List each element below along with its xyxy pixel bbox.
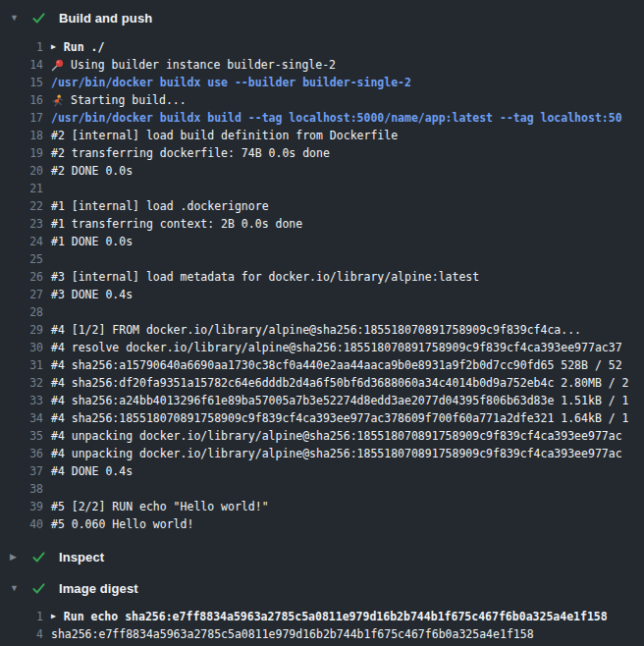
line-number[interactable]: 31: [0, 358, 43, 372]
line-text: #4 sha256:185518070891758909c9f839cf4ca3…: [51, 411, 629, 425]
line-number[interactable]: 20: [0, 164, 43, 178]
line-content: /usr/bin/docker buildx use --builder bui…: [51, 74, 411, 91]
line-text: /usr/bin/docker buildx build --tag local…: [51, 111, 622, 125]
line-number[interactable]: 21: [0, 182, 43, 195]
line-number[interactable]: 40: [0, 517, 43, 531]
line-text: Starting build...: [71, 93, 187, 107]
line-text: #4 DONE 0.4s: [51, 464, 133, 478]
line-number[interactable]: 29: [0, 323, 43, 337]
log-group-line[interactable]: 1 ▶ Run echo sha256:e7ff8834a5963a2785c5…: [0, 608, 644, 625]
log-line: 21: [0, 180, 644, 197]
chevron-down-icon[interactable]: ▼: [10, 14, 31, 23]
line-content: ▶ Run echo sha256:e7ff8834a5963a2785c5a0…: [51, 608, 608, 625]
line-number[interactable]: 33: [0, 394, 43, 407]
line-number[interactable]: 18: [0, 129, 43, 142]
line-content: #4 DONE 0.4s: [51, 462, 133, 480]
line-content: Starting build...: [51, 91, 187, 109]
line-number[interactable]: 17: [0, 111, 43, 125]
check-icon: [31, 550, 46, 565]
line-number[interactable]: 25: [0, 252, 43, 266]
line-text: #1 [internal] load .dockerignore: [51, 199, 269, 213]
line-number[interactable]: 39: [0, 500, 43, 513]
line-content: #1 transferring context: 2B 0.0s done: [51, 215, 302, 233]
expander-triangle-icon[interactable]: ▶: [51, 43, 56, 51]
check-icon: [31, 581, 46, 596]
log-section: ▼ Build and push 1 ▶ Run ./ 14 Using bui…: [0, 6, 644, 539]
log-group-line[interactable]: 1 ▶ Run ./: [0, 38, 644, 56]
line-text: #1 DONE 0.0s: [51, 235, 133, 248]
expander-triangle-icon[interactable]: ▶: [51, 613, 56, 620]
pushpin-icon: [51, 59, 64, 72]
log-line: 15 /usr/bin/docker buildx use --builder …: [0, 74, 644, 91]
line-content: #4 sha256:df20fa9351a15782c64e6dddb2d4a6…: [51, 374, 629, 392]
line-number[interactable]: 4: [0, 627, 43, 641]
log-line: 14 Using builder instance builder-single…: [0, 56, 644, 74]
line-content: ▶ Run ./: [51, 38, 104, 56]
line-text: #2 transferring dockerfile: 74B 0.0s don…: [51, 146, 330, 160]
line-number[interactable]: 1: [0, 610, 43, 623]
line-number[interactable]: 28: [0, 305, 43, 319]
line-text: #4 unpacking docker.io/library/alpine@sh…: [51, 447, 622, 460]
chevron-right-icon[interactable]: ▶: [10, 553, 31, 562]
line-number[interactable]: 23: [0, 217, 43, 231]
log-line: 35 #4 unpacking docker.io/library/alpine…: [0, 427, 644, 445]
line-number[interactable]: 36: [0, 447, 43, 460]
line-content: #5 [2/2] RUN echo "Hello world!": [51, 498, 269, 515]
line-content: #1 DONE 0.0s: [51, 233, 133, 250]
log-line: 30 #4 resolve docker.io/library/alpine@s…: [0, 339, 644, 356]
line-content: Using builder instance builder-single-2: [51, 56, 336, 74]
log-line: 17 /usr/bin/docker buildx build --tag lo…: [0, 109, 644, 127]
section-header[interactable]: ▼ Image digest: [0, 576, 644, 600]
log-line: 37 #4 DONE 0.4s: [0, 462, 644, 480]
line-number[interactable]: 26: [0, 270, 43, 284]
line-content: #4 [1/2] FROM docker.io/library/alpine@s…: [51, 321, 581, 339]
line-number[interactable]: 34: [0, 411, 43, 425]
log-line: 31 #4 sha256:a15790640a6690aa1730c38cf0a…: [0, 356, 644, 374]
line-content: #3 [internal] load metadata for docker.i…: [51, 268, 479, 286]
line-text: #3 [internal] load metadata for docker.i…: [51, 270, 479, 284]
line-number[interactable]: 30: [0, 341, 43, 354]
line-number[interactable]: 22: [0, 199, 43, 213]
section-log-lines: 1 ▶ Run echo sha256:e7ff8834a5963a2785c5…: [0, 600, 644, 646]
log-section: ▶ Inspect: [0, 545, 644, 568]
line-number[interactable]: 37: [0, 464, 43, 478]
section-log-lines: 1 ▶ Run ./ 14 Using builder instance bui…: [0, 29, 644, 539]
line-text: #4 resolve docker.io/library/alpine@sha2…: [51, 341, 622, 354]
line-text: Using builder instance builder-single-2: [71, 58, 336, 72]
log-line: 24 #1 DONE 0.0s: [0, 233, 644, 250]
line-number[interactable]: 27: [0, 288, 43, 301]
line-text: Run echo sha256:e7ff8834a5963a2785c5a081…: [64, 610, 608, 623]
line-number[interactable]: 35: [0, 429, 43, 443]
line-number[interactable]: 38: [0, 482, 43, 496]
line-text: #4 unpacking docker.io/library/alpine@sh…: [51, 429, 622, 443]
log-line: 26 #3 [internal] load metadata for docke…: [0, 268, 644, 286]
log-line: 33 #4 sha256:a24bb4013296f61e89ba57005a7…: [0, 392, 644, 409]
line-number[interactable]: 14: [0, 58, 43, 72]
line-number[interactable]: 15: [0, 76, 43, 89]
line-text: #1 transferring context: 2B 0.0s done: [51, 217, 302, 231]
line-text: #4 sha256:df20fa9351a15782c64e6dddb2d4a6…: [51, 376, 629, 390]
line-content: sha256:e7ff8834a5963a2785c5a0811e979d16b…: [51, 625, 534, 643]
line-content: #3 DONE 0.4s: [51, 286, 133, 303]
log-line: 28: [0, 303, 644, 321]
line-number[interactable]: 19: [0, 146, 43, 160]
log-section: ▼ Image digest 1 ▶ Run echo sha256:e7ff8…: [0, 576, 644, 646]
chevron-down-icon[interactable]: ▼: [10, 584, 31, 593]
section-title: Build and push: [59, 11, 152, 26]
line-content: #4 sha256:185518070891758909c9f839cf4ca3…: [51, 409, 629, 427]
line-content: #1 [internal] load .dockerignore: [51, 197, 269, 215]
line-text: #5 0.060 Hello world!: [51, 517, 193, 531]
line-text: Run ./: [64, 40, 105, 54]
line-content: #4 sha256:a15790640a6690aa1730c38cf0a440…: [51, 356, 622, 374]
line-text: #4 sha256:a24bb4013296f61e89ba57005a7b3e…: [51, 394, 629, 407]
line-number[interactable]: 1: [0, 40, 43, 54]
line-text: #5 [2/2] RUN echo "Hello world!": [51, 500, 269, 513]
section-header[interactable]: ▶ Inspect: [0, 545, 644, 568]
line-number[interactable]: 32: [0, 376, 43, 390]
log-line: 38: [0, 480, 644, 498]
line-content: #4 unpacking docker.io/library/alpine@sh…: [51, 427, 622, 445]
line-number[interactable]: 16: [0, 93, 43, 107]
section-header[interactable]: ▼ Build and push: [0, 6, 644, 29]
line-number[interactable]: 24: [0, 235, 43, 248]
line-text: /usr/bin/docker buildx use --builder bui…: [51, 76, 411, 89]
